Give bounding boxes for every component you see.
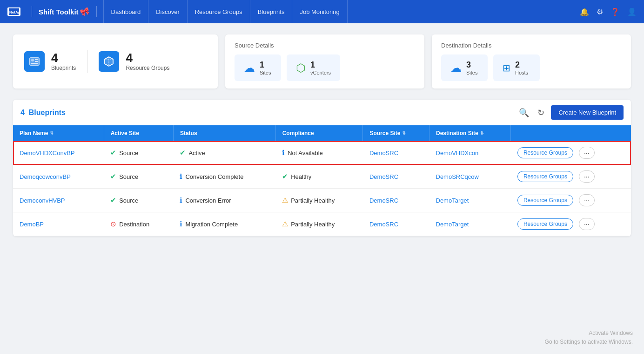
cell-actions: Resource Groups ··· [511, 212, 631, 236]
col-actions [511, 125, 631, 141]
cell-status: ✔Active [173, 141, 275, 165]
destination-details-title: Destination Details [441, 42, 622, 49]
destination-details-items: ☁ 3 Sites ⊞ 2 Hosts [441, 54, 622, 81]
nav-job-monitoring[interactable]: Job Monitoring [292, 0, 347, 23]
table-row[interactable]: DemoqcowconvBP ✔Source ℹConversion Compl… [13, 165, 631, 189]
cell-compliance: ✔Healthy [275, 165, 363, 189]
azure-icon: ⊞ [503, 62, 510, 74]
toolkit-divider [96, 6, 97, 17]
cell-source-site[interactable]: DemoSRC [363, 165, 429, 189]
resource-groups-button[interactable]: Resource Groups [517, 171, 573, 182]
cell-plan-name[interactable]: DemoVHDXConvBP [13, 141, 104, 165]
blueprints-table: Plan Name⇅ Active Site Status Compliance [13, 125, 631, 236]
create-blueprint-button[interactable]: Create New Blueprint [551, 105, 624, 120]
cell-actions: Resource Groups ··· [511, 189, 631, 212]
table-row[interactable]: DemoBP ⊙Destination ℹMigration Complete … [13, 212, 631, 236]
search-button[interactable]: 🔍 [517, 106, 531, 120]
blueprints-num: 4 [20, 109, 25, 116]
blueprints-section: 4 Blueprints 🔍 ↻ Create New Blueprint Pl… [13, 100, 631, 236]
cell-actions: Resource Groups ··· [511, 165, 631, 189]
cell-plan-name[interactable]: DemoqcowconvBP [13, 165, 104, 189]
dest-hosts-item: ⊞ 2 Hosts [493, 54, 540, 81]
nav-discover[interactable]: Discover [148, 0, 188, 23]
resource-groups-summary: 4 Resource Groups [99, 51, 169, 72]
blueprints-header: 4 Blueprints 🔍 ↻ Create New Blueprint [13, 100, 631, 125]
ribbon-icon: 🎀 [79, 6, 91, 18]
col-destination-site[interactable]: Destination Site⇅ [429, 125, 511, 141]
blueprints-word: Blueprints [29, 109, 66, 116]
resource-groups-label: Resource Groups [126, 65, 169, 71]
col-active-site: Active Site [104, 125, 173, 141]
blueprints-actions: 🔍 ↻ Create New Blueprint [517, 105, 624, 120]
navbar-brand: NetApp [7, 7, 20, 16]
source-sites-item: ☁ 1 Sites [235, 54, 281, 81]
blueprints-count-label: 4 Blueprints [20, 109, 66, 117]
nav-right: 🔔 ⚙ ❓ 👤 [580, 7, 637, 16]
cell-destination-site[interactable]: DemoTarget [429, 212, 511, 236]
nav-resource-groups[interactable]: Resource Groups [188, 0, 250, 23]
destination-details-card: Destination Details ☁ 3 Sites ⊞ 2 Hosts [432, 34, 631, 88]
more-actions-button[interactable]: ··· [579, 218, 595, 230]
brand-divider [32, 6, 32, 17]
cell-active-site: ⊙Destination [104, 212, 173, 236]
source-vcenters-item: ⬡ 1 vCenters [287, 54, 340, 81]
dest-sites-label: Sites [466, 70, 477, 75]
navbar: NetApp Shift Toolkit 🎀 Dashboard Discove… [0, 0, 644, 23]
refresh-button[interactable]: ↻ [536, 106, 546, 120]
gear-icon[interactable]: ⚙ [597, 7, 603, 16]
cell-destination-site[interactable]: DemoTarget [429, 189, 511, 212]
dest-hosts-count: 2 [515, 60, 528, 70]
resource-groups-button[interactable]: Resource Groups [517, 147, 573, 158]
cell-plan-name[interactable]: DemoBP [13, 212, 104, 236]
cell-status: ℹMigration Complete [173, 212, 275, 236]
nav-blueprints[interactable]: Blueprints [250, 0, 293, 23]
blueprints-icon-box [24, 51, 45, 72]
resource-groups-button[interactable]: Resource Groups [517, 218, 573, 230]
cell-status: ℹConversion Error [173, 189, 275, 212]
resource-groups-button[interactable]: Resource Groups [517, 195, 573, 206]
summary-divider [87, 50, 87, 73]
more-actions-button[interactable]: ··· [579, 147, 595, 159]
source-details-items: ☁ 1 Sites ⬡ 1 vCenters [235, 54, 415, 81]
cell-active-site: ✔Source [104, 189, 173, 212]
source-vcenters-label: vCenters [310, 70, 331, 75]
svg-point-3 [31, 59, 34, 61]
help-icon[interactable]: ❓ [610, 7, 620, 16]
bell-icon[interactable]: 🔔 [580, 7, 589, 16]
source-cloud-icon: ☁ [244, 61, 255, 75]
source-sites-count: 1 [260, 60, 271, 70]
cell-active-site: ✔Source [104, 165, 173, 189]
cell-source-site[interactable]: DemoSRC [363, 212, 429, 236]
col-source-site[interactable]: Source Site⇅ [363, 125, 429, 141]
col-plan-name[interactable]: Plan Name⇅ [13, 125, 104, 141]
col-status: Status [173, 125, 275, 141]
cell-actions: Resource Groups ··· [511, 141, 631, 165]
summary-row: 4 Blueprints 4 Resource Groups [13, 34, 631, 88]
blueprints-label: Blueprints [51, 65, 76, 71]
summary-card-left: 4 Blueprints 4 Resource Groups [13, 34, 218, 88]
more-actions-button[interactable]: ··· [579, 170, 595, 183]
nav-links: Dashboard Discover Resource Groups Bluep… [103, 0, 580, 23]
blueprints-table-wrap: Plan Name⇅ Active Site Status Compliance [13, 125, 631, 236]
cell-source-site[interactable]: DemoSRC [363, 141, 429, 165]
cell-source-site[interactable]: DemoSRC [363, 189, 429, 212]
source-details-card: Source Details ☁ 1 Sites ⬡ 1 vCenters [225, 34, 424, 88]
source-details-title: Source Details [235, 42, 415, 49]
nav-dashboard[interactable]: Dashboard [103, 0, 149, 23]
blueprints-summary: 4 Blueprints [24, 51, 76, 72]
cell-destination-site[interactable]: DemoVHDXcon [429, 141, 511, 165]
table-row[interactable]: DemoVHDXConvBP ✔Source ✔Active ℹNot Avai… [13, 141, 631, 165]
blueprints-count: 4 [51, 52, 76, 64]
cell-destination-site[interactable]: DemoSRCqcow [429, 165, 511, 189]
dest-cloud-icon: ☁ [450, 61, 462, 75]
table-row[interactable]: DemoconvHVBP ✔Source ℹConversion Error ⚠… [13, 189, 631, 212]
dest-hosts-label: Hosts [515, 70, 528, 75]
resource-groups-count: 4 [126, 52, 169, 64]
cell-status: ℹConversion Complete [173, 165, 275, 189]
user-icon[interactable]: 👤 [627, 7, 637, 16]
dest-sites-item: ☁ 3 Sites [441, 54, 488, 81]
cell-plan-name[interactable]: DemoconvHVBP [13, 189, 104, 212]
more-actions-button[interactable]: ··· [579, 194, 595, 206]
source-sites-label: Sites [260, 70, 271, 75]
main-content: 4 Blueprints 4 Resource Groups [0, 23, 644, 247]
